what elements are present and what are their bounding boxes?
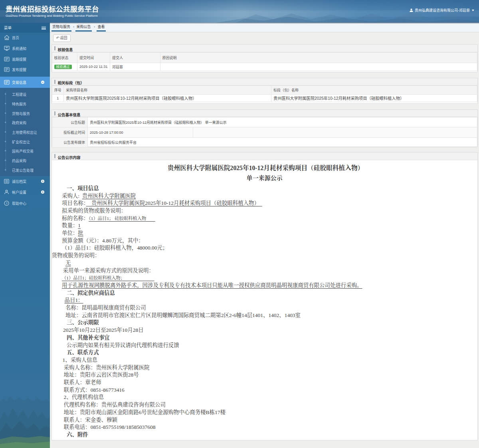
- svg-text:?: ?: [6, 201, 8, 205]
